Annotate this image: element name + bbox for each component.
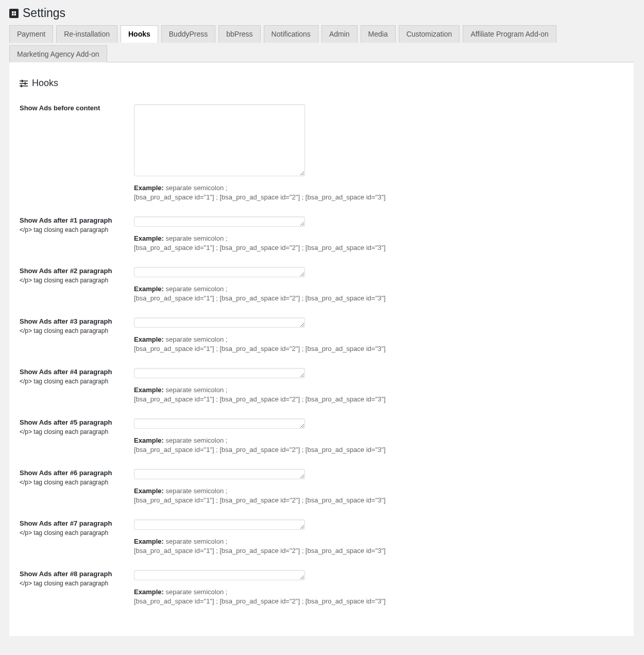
field-sublabel: </p> tag closing each paragraph <box>20 479 124 486</box>
example-text: Example: separate semicolon ;[bsa_pro_ad… <box>134 588 385 605</box>
example-code: [bsa_pro_ad_space id="1"] ; [bsa_pro_ad_… <box>134 193 385 201</box>
example-desc: separate semicolon ; <box>164 487 228 495</box>
field-input-wrap: Example: separate semicolon ;[bsa_pro_ad… <box>134 216 385 251</box>
settings-tabs: PaymentRe-installationHooksBuddyPressbbP… <box>9 25 634 62</box>
field-input-wrap: Example: separate semicolon ;[bsa_pro_ad… <box>134 267 385 302</box>
tab-affiliate[interactable]: Affiliate Program Add-on <box>463 25 556 43</box>
tab-buddypress[interactable]: BuddyPress <box>161 25 215 43</box>
tab-label: Customization <box>406 30 452 38</box>
example-desc: separate semicolon ; <box>164 285 228 293</box>
field-row-after_p4: Show Ads after #4 paragraph</p> tag clos… <box>20 368 623 403</box>
tab-label: BuddyPress <box>169 30 208 38</box>
tab-reinstallation[interactable]: Re-installation <box>56 25 117 43</box>
before_content-textarea[interactable] <box>134 104 305 176</box>
section-title: Hooks <box>32 78 58 89</box>
field-row-after_p6: Show Ads after #6 paragraph</p> tag clos… <box>20 469 623 504</box>
example-label: Example: <box>134 285 164 293</box>
tab-label: Marketing Agency Add-on <box>17 50 99 58</box>
tab-customization[interactable]: Customization <box>399 25 460 43</box>
settings-icon <box>9 9 19 18</box>
field-label-wrap: Show Ads after #4 paragraph</p> tag clos… <box>20 368 134 385</box>
tab-marketing[interactable]: Marketing Agency Add-on <box>9 45 107 62</box>
tab-notifications[interactable]: Notifications <box>264 25 318 43</box>
after_p4-textarea[interactable] <box>134 368 305 378</box>
example-label: Example: <box>134 234 164 242</box>
example-code: [bsa_pro_ad_space id="1"] ; [bsa_pro_ad_… <box>134 547 385 555</box>
example-label: Example: <box>134 487 164 495</box>
example-desc: separate semicolon ; <box>164 184 228 192</box>
svg-rect-1 <box>20 83 28 84</box>
field-sublabel: </p> tag closing each paragraph <box>20 529 124 536</box>
example-text: Example: separate semicolon ;[bsa_pro_ad… <box>134 386 385 403</box>
svg-rect-4 <box>25 82 26 85</box>
tab-label: Re-installation <box>64 30 110 38</box>
example-text: Example: separate semicolon ;[bsa_pro_ad… <box>134 436 385 454</box>
field-input-wrap: Example: separate semicolon ;[bsa_pro_ad… <box>134 519 385 555</box>
field-sublabel: </p> tag closing each paragraph <box>20 428 124 435</box>
example-desc: separate semicolon ; <box>164 386 228 394</box>
field-label-wrap: Show Ads after #7 paragraph</p> tag clos… <box>20 519 134 536</box>
field-row-after_p5: Show Ads after #5 paragraph</p> tag clos… <box>20 418 623 454</box>
field-label-wrap: Show Ads after #3 paragraph</p> tag clos… <box>20 317 134 334</box>
after_p7-textarea[interactable] <box>134 519 305 530</box>
tab-label: Admin <box>329 30 350 38</box>
field-label-wrap: Show Ads before content <box>20 104 134 112</box>
tab-admin[interactable]: Admin <box>321 25 358 43</box>
tab-bbpress[interactable]: bbPress <box>218 25 260 43</box>
field-label: Show Ads after #1 paragraph <box>20 216 124 224</box>
settings-panel: Hooks Show Ads before contentExample: se… <box>9 62 634 636</box>
field-row-after_p7: Show Ads after #7 paragraph</p> tag clos… <box>20 519 623 555</box>
field-label: Show Ads after #3 paragraph <box>20 317 124 325</box>
field-input-wrap: Example: separate semicolon ;[bsa_pro_ad… <box>134 570 385 605</box>
after_p5-textarea[interactable] <box>134 418 305 429</box>
example-text: Example: separate semicolon ;[bsa_pro_ad… <box>134 335 385 352</box>
field-input-wrap: Example: separate semicolon ;[bsa_pro_ad… <box>134 368 385 403</box>
example-code: [bsa_pro_ad_space id="1"] ; [bsa_pro_ad_… <box>134 395 385 403</box>
tab-label: Payment <box>17 30 45 38</box>
example-label: Example: <box>134 436 164 444</box>
section-header: Hooks <box>20 78 623 89</box>
tab-label: Hooks <box>128 30 150 38</box>
tab-label: Notifications <box>272 30 311 38</box>
sliders-icon <box>20 79 28 88</box>
field-label: Show Ads after #6 paragraph <box>20 469 124 477</box>
tab-payment[interactable]: Payment <box>9 25 53 43</box>
tab-label: bbPress <box>226 30 252 38</box>
tab-media[interactable]: Media <box>361 25 396 43</box>
example-label: Example: <box>134 538 164 545</box>
example-label: Example: <box>134 386 164 394</box>
field-label-wrap: Show Ads after #5 paragraph</p> tag clos… <box>20 418 134 435</box>
field-label: Show Ads after #7 paragraph <box>20 519 124 527</box>
field-label: Show Ads after #5 paragraph <box>20 418 124 426</box>
field-label-wrap: Show Ads after #8 paragraph</p> tag clos… <box>20 570 134 587</box>
field-input-wrap: Example: separate semicolon ;[bsa_pro_ad… <box>134 418 385 454</box>
tab-label: Affiliate Program Add-on <box>470 30 549 38</box>
example-desc: separate semicolon ; <box>164 335 228 343</box>
example-label: Example: <box>134 184 164 192</box>
example-desc: separate semicolon ; <box>164 538 228 545</box>
after_p6-textarea[interactable] <box>134 469 305 479</box>
after_p1-textarea[interactable] <box>134 216 305 227</box>
field-input-wrap: Example: separate semicolon ;[bsa_pro_ad… <box>134 469 385 504</box>
example-text: Example: separate semicolon ;[bsa_pro_ad… <box>134 184 385 201</box>
example-text: Example: separate semicolon ;[bsa_pro_ad… <box>134 487 385 504</box>
tab-hooks[interactable]: Hooks <box>121 25 158 43</box>
example-code: [bsa_pro_ad_space id="1"] ; [bsa_pro_ad_… <box>134 345 385 352</box>
example-desc: separate semicolon ; <box>164 234 228 242</box>
example-code: [bsa_pro_ad_space id="1"] ; [bsa_pro_ad_… <box>134 597 385 605</box>
example-code: [bsa_pro_ad_space id="1"] ; [bsa_pro_ad_… <box>134 446 385 454</box>
after_p3-textarea[interactable] <box>134 317 305 328</box>
example-text: Example: separate semicolon ;[bsa_pro_ad… <box>134 538 385 555</box>
svg-rect-3 <box>22 79 23 82</box>
field-label: Show Ads before content <box>20 104 124 112</box>
example-text: Example: separate semicolon ;[bsa_pro_ad… <box>134 285 385 302</box>
field-input-wrap: Example: separate semicolon ;[bsa_pro_ad… <box>134 104 385 201</box>
page-header: Settings <box>9 0 634 25</box>
field-label-wrap: Show Ads after #1 paragraph</p> tag clos… <box>20 216 134 233</box>
field-label: Show Ads after #8 paragraph <box>20 570 124 578</box>
field-row-after_p2: Show Ads after #2 paragraph</p> tag clos… <box>20 267 623 302</box>
field-row-after_p1: Show Ads after #1 paragraph</p> tag clos… <box>20 216 623 251</box>
after_p8-textarea[interactable] <box>134 570 305 580</box>
after_p2-textarea[interactable] <box>134 267 305 277</box>
field-label: Show Ads after #2 paragraph <box>20 267 124 275</box>
